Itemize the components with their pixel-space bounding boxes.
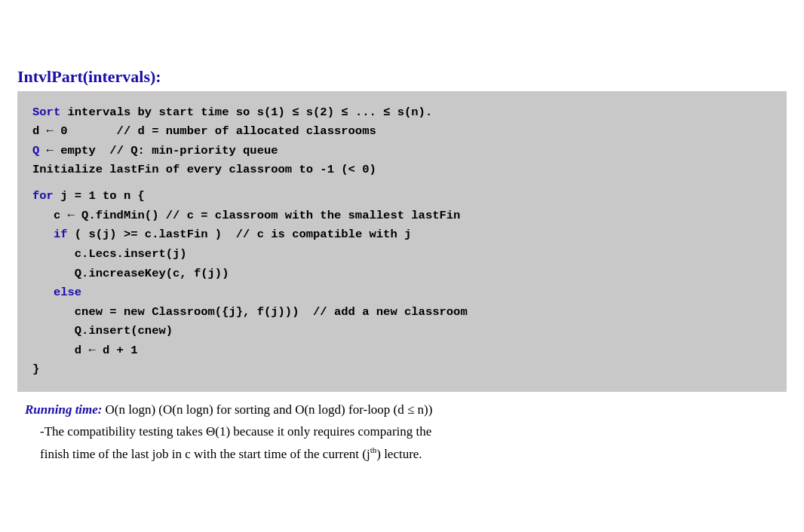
- rt-line2-text: -The compatibility testing takes Θ(1) be…: [40, 424, 431, 439]
- code-line-14: d ← d + 1: [32, 341, 772, 361]
- running-time-section: Running time: O(n logn) (O(n logn) for s…: [17, 399, 787, 465]
- rt-sup: th: [370, 445, 377, 454]
- algorithm-title: IntvlPart(intervals):: [17, 67, 787, 87]
- code-line-11: else: [32, 283, 772, 303]
- title-text: IntvlPart(intervals):: [17, 67, 161, 86]
- code-line-10: Q.increaseKey(c, f(j)): [32, 264, 772, 284]
- code-line-15: }: [32, 360, 772, 380]
- running-time-line1: Running time: O(n logn) (O(n logn) for s…: [25, 399, 779, 421]
- q-keyword: Q: [32, 144, 39, 157]
- line3-rest: ← empty // Q: min-priority queue: [39, 144, 278, 157]
- line1-rest: intervals by start time so s(1) ≤ s(2) ≤…: [60, 105, 432, 119]
- line6-rest: j = 1 to n {: [54, 189, 145, 203]
- code-block: Sort intervals by start time so s(1) ≤ s…: [17, 91, 787, 392]
- code-line-9: c.Lecs.insert(j): [32, 245, 772, 264]
- main-container: IntvlPart(intervals): Sort intervals by …: [17, 67, 787, 466]
- code-line-2: d ← 0 // d = number of allocated classro…: [32, 122, 772, 142]
- empty-line: [32, 180, 772, 187]
- sort-keyword: Sort: [32, 105, 60, 119]
- running-time-line2: -The compatibility testing takes Θ(1) be…: [25, 421, 779, 443]
- code-line-7: c ← Q.findMin() // c = classroom with th…: [32, 206, 772, 226]
- code-line-8: if ( s(j) >= c.lastFin ) // c is compati…: [32, 225, 772, 245]
- else-keyword: else: [32, 286, 81, 299]
- for-keyword: for: [32, 189, 54, 203]
- code-line-3: Q ← empty // Q: min-priority queue: [32, 142, 772, 161]
- running-time-label: Running time:: [25, 399, 103, 421]
- if-keyword: if: [32, 228, 68, 241]
- running-time-line3: finish time of the last job in c with th…: [25, 443, 779, 466]
- code-line-13: Q.insert(cnew): [32, 322, 772, 341]
- code-line-1: Sort intervals by start time so s(1) ≤ s…: [32, 103, 772, 123]
- rt-line3-part1: finish time of the last job in c with th…: [40, 446, 370, 460]
- code-line-4: Initialize lastFin of every classroom to…: [32, 161, 772, 180]
- code-line-6: for j = 1 to n {: [32, 187, 772, 206]
- line8-rest: ( s(j) >= c.lastFin ) // c is compatible…: [68, 228, 412, 241]
- running-time-main: O(n logn) (O(n logn) for sorting and O(n…: [106, 399, 433, 421]
- rt-line3-part2: ) lecture.: [376, 446, 422, 460]
- code-line-12: cnew = new Classroom({j}, f(j))) // add …: [32, 303, 772, 323]
